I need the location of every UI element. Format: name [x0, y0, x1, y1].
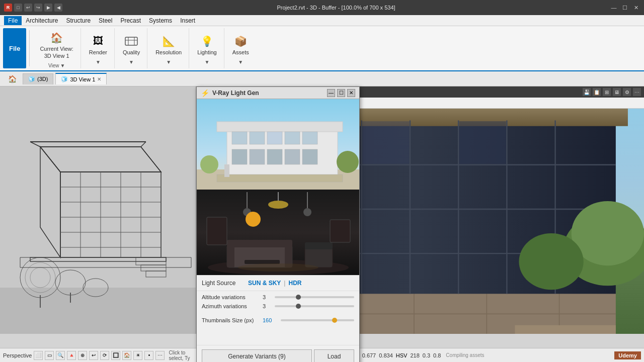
color-g: 0.677 [362, 352, 376, 358]
load-button[interactable]: Load [314, 349, 354, 362]
render-button[interactable]: 🖼 Render [86, 31, 110, 58]
dialog-minimize[interactable]: — [327, 89, 335, 97]
ribbon-group-currentview: 🏠 Current View:3D View 1 View ▼ [33, 28, 80, 68]
view-tabs-bar: 🏠 🧊 (3D) 🧊 3D View 1 ✕ [0, 71, 644, 86]
window-controls[interactable]: — ☐ ✕ [610, 4, 640, 12]
toolbar-icon-3[interactable]: ↪ [34, 4, 42, 12]
assets-dropdown[interactable]: ▼ [236, 59, 245, 65]
azimuth-label: Azimuth variations [202, 303, 260, 309]
dialog-spacer [197, 327, 359, 345]
tab-3d[interactable]: 🧊 (3D) [23, 73, 53, 84]
viewport-icon-4[interactable]: 🔺 [67, 351, 76, 360]
render-icon: 🖼 [90, 33, 106, 49]
sun-sky-option[interactable]: SUN & SKY [248, 280, 281, 287]
menu-architecture[interactable]: Architecture [22, 16, 62, 25]
viewport-icon-12[interactable]: ⋯ [155, 351, 165, 360]
close-button[interactable]: ✕ [632, 4, 640, 12]
menu-steel[interactable]: Steel [95, 16, 116, 25]
svg-point-104 [519, 233, 583, 290]
viewport-icon-5[interactable]: ⊕ [78, 351, 87, 360]
tab-3dview1-label: 3D View 1 [70, 76, 95, 82]
svg-rect-101 [459, 121, 506, 164]
home-icon[interactable]: 🏠 [4, 75, 21, 83]
svg-rect-40 [267, 132, 282, 144]
viewport-icon-2[interactable]: ▭ [45, 351, 54, 360]
viewport-icon-6[interactable]: ↩ [89, 351, 98, 360]
menu-bar: File Architecture Structure Steel Precas… [0, 15, 644, 26]
svg-rect-42 [302, 132, 317, 144]
resolution-label: Resolution [155, 49, 182, 56]
tab-3d-icon: 🧊 [28, 76, 35, 82]
hdr-option[interactable]: HDR [288, 280, 301, 287]
status-bar-left: Perspective ⬜ ▭ 🔍 🔺 ⊕ ↩ ⟳ 🔲 🏠 ☀ • ⋯ Clic… [3, 350, 199, 361]
generate-button[interactable]: Generate Variants (9) [202, 349, 312, 362]
maximize-button[interactable]: ☐ [621, 4, 629, 12]
thumbnails-thumb[interactable] [332, 318, 337, 323]
minimize-button[interactable]: — [610, 4, 618, 12]
altitude-thumb[interactable] [296, 295, 301, 300]
svg-rect-39 [250, 132, 265, 144]
thumbnails-slider[interactable] [281, 319, 354, 321]
svg-point-69 [238, 263, 318, 272]
azimuth-slider[interactable] [275, 305, 354, 307]
lighting-icon: 💡 [199, 33, 215, 49]
viewport-icon-3[interactable]: 🔍 [56, 351, 65, 360]
altitude-value: 3 [263, 294, 272, 300]
sliders-area: Altitude variations 3 Azimuth variations… [197, 291, 359, 315]
altitude-row: Altitude variations 3 [202, 294, 354, 300]
render-save-icon[interactable]: 💾 [583, 88, 591, 96]
dialog-close[interactable]: ✕ [347, 89, 355, 97]
tab-3dview1[interactable]: 🧊 3D View 1 ✕ [55, 73, 107, 84]
lighting-dropdown[interactable]: ▼ [202, 59, 211, 65]
viewport-icon-9[interactable]: 🏠 [122, 351, 131, 360]
val1: 218 [410, 352, 419, 358]
ribbon-group-quality: Quality ▼ [116, 28, 147, 68]
quality-button[interactable]: Quality [120, 31, 143, 58]
exterior-preview[interactable]: EXTERIOR [197, 99, 359, 190]
viewport-icon-11[interactable]: • [144, 351, 153, 360]
render-grid-icon[interactable]: ⊞ [603, 88, 611, 96]
viewport-icon-10[interactable]: ☀ [133, 351, 142, 360]
render-dropdown[interactable]: ▼ [94, 59, 103, 65]
current-view-dropdown[interactable]: View ▼ [46, 62, 67, 69]
azimuth-thumb[interactable] [296, 304, 301, 309]
dialog-maximize[interactable]: ☐ [337, 89, 345, 97]
svg-rect-56 [227, 245, 234, 267]
render-view-icon[interactable]: 🖥 [613, 88, 621, 96]
ribbon: File 🏠 Current View:3D View 1 View ▼ 🖼 R… [0, 26, 644, 71]
viewport-icon-7[interactable]: ⟳ [100, 351, 109, 360]
quality-dropdown[interactable]: ▼ [127, 59, 136, 65]
menu-systems[interactable]: Systems [145, 16, 176, 25]
menu-structure[interactable]: Structure [62, 16, 95, 25]
light-source-sep: | [284, 280, 285, 287]
svg-rect-109 [515, 325, 615, 334]
interior-preview[interactable]: INTERIOR [197, 190, 359, 275]
lighting-button[interactable]: 💡 Lighting [194, 31, 220, 58]
svg-rect-47 [302, 149, 317, 164]
dialog-actions: Generate Variants (9) Load [197, 345, 359, 362]
tab-3dview1-close[interactable]: ✕ [97, 76, 101, 82]
current-view-label: Current View:3D View 1 [40, 46, 73, 59]
menu-file[interactable]: File [4, 16, 22, 25]
assets-button[interactable]: 📦 Assets [229, 31, 252, 58]
menu-precast[interactable]: Precast [116, 16, 145, 25]
ribbon-group-lighting: 💡 Lighting ▼ [190, 28, 224, 68]
resolution-button[interactable]: 📐 Resolution [152, 31, 185, 58]
viewport-icon-1[interactable]: ⬜ [34, 351, 43, 360]
current-view-button[interactable]: 🏠 Current View:3D View 1 [37, 28, 76, 61]
lighting-label: Lighting [197, 49, 217, 56]
toolbar-icon-4[interactable]: ▶ [44, 4, 52, 12]
viewport-wireframe [0, 86, 196, 334]
toolbar-icon-1[interactable]: □ [14, 4, 22, 12]
render-more-icon[interactable]: ⋯ [633, 88, 641, 96]
altitude-slider[interactable] [275, 296, 354, 298]
render-copy-icon[interactable]: 📋 [593, 88, 601, 96]
toolbar-icon-5[interactable]: ◀ [54, 4, 62, 12]
viewport-icon-8[interactable]: 🔲 [111, 351, 120, 360]
render-label: Render [89, 49, 107, 56]
render-settings-icon[interactable]: ⚙ [623, 88, 631, 96]
file-button[interactable]: File [3, 28, 26, 68]
resolution-dropdown[interactable]: ▼ [164, 59, 173, 65]
toolbar-icon-2[interactable]: ↩ [24, 4, 32, 12]
menu-insert[interactable]: Insert [176, 16, 199, 25]
